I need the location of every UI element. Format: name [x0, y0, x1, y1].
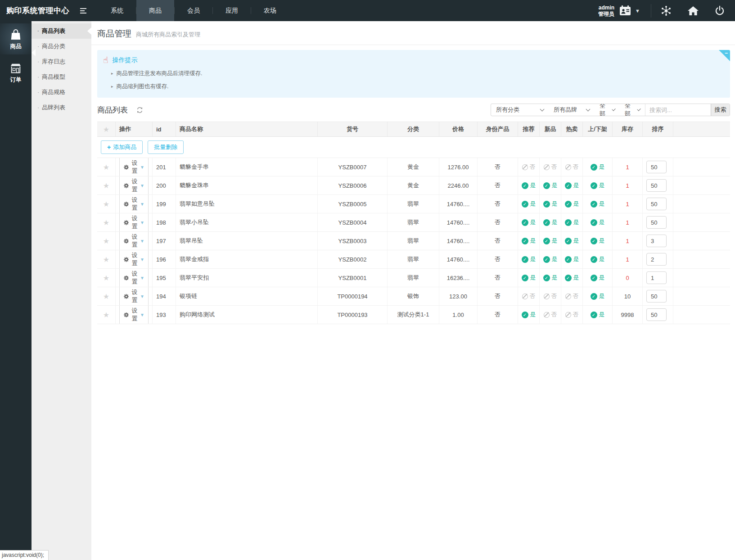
- submenu-item-goods-list[interactable]: 商品列表: [32, 23, 91, 39]
- row-settings-button[interactable]: 设置 ▼: [119, 287, 149, 305]
- stock-value: 1: [612, 232, 642, 250]
- hot-toggle[interactable]: 是: [565, 200, 579, 208]
- new-toggle[interactable]: 否: [544, 311, 557, 319]
- submenu-item-stock-log[interactable]: 库存日志: [32, 54, 91, 69]
- sort-input[interactable]: [646, 290, 667, 303]
- caret-down-icon: ▼: [140, 275, 144, 280]
- sort-input[interactable]: [646, 161, 667, 173]
- on-sale-toggle[interactable]: 是: [591, 311, 605, 319]
- recommend-toggle[interactable]: 是: [522, 255, 536, 263]
- new-toggle[interactable]: 是: [543, 181, 558, 190]
- category-select-value: 所有分类: [496, 106, 519, 114]
- nav-item-apps[interactable]: 应用: [213, 0, 251, 21]
- on-sale-toggle[interactable]: 是: [591, 163, 605, 171]
- recommend-toggle[interactable]: 否: [522, 292, 536, 300]
- hot-toggle[interactable]: 是: [565, 274, 579, 282]
- hot-toggle[interactable]: 是: [565, 218, 579, 226]
- recommend-toggle[interactable]: 是: [522, 181, 536, 190]
- recommend-toggle[interactable]: 是: [522, 274, 536, 282]
- sidebar-item-orders[interactable]: 订单: [0, 57, 32, 88]
- hot-toggle[interactable]: 否: [565, 163, 579, 171]
- home-icon[interactable]: [687, 5, 699, 16]
- favorite-star-icon[interactable]: ★: [103, 181, 109, 190]
- sidebar-toggle-icon[interactable]: [80, 7, 88, 15]
- sidebar-item-goods[interactable]: 商品: [0, 23, 32, 54]
- status-select-1[interactable]: 全部: [595, 104, 620, 116]
- favorite-star-icon[interactable]: ★: [103, 237, 109, 245]
- status-icon: [591, 256, 597, 263]
- on-sale-toggle[interactable]: 是: [591, 181, 605, 190]
- submenu-item-goods-spec[interactable]: 商品规格: [32, 85, 91, 100]
- sort-input[interactable]: [646, 271, 667, 284]
- sort-input[interactable]: [646, 179, 667, 192]
- sort-input[interactable]: [646, 308, 667, 321]
- recommend-toggle[interactable]: 是: [522, 218, 536, 226]
- id-card-icon[interactable]: [619, 5, 631, 17]
- hot-toggle[interactable]: 是: [565, 255, 579, 263]
- on-sale-toggle[interactable]: 是: [591, 292, 605, 300]
- new-toggle[interactable]: 是: [543, 255, 558, 263]
- row-settings-button[interactable]: 设置 ▼: [119, 213, 149, 231]
- new-toggle[interactable]: 否: [544, 292, 557, 300]
- row-settings-button[interactable]: 设置 ▼: [119, 176, 149, 194]
- submenu-item-goods-model[interactable]: 商品模型: [32, 69, 91, 85]
- category-select[interactable]: 所有分类: [491, 104, 549, 116]
- favorite-star-icon[interactable]: ★: [103, 311, 109, 319]
- favorite-star-icon[interactable]: ★: [103, 200, 109, 208]
- row-settings-button[interactable]: 设置 ▼: [119, 250, 149, 268]
- new-toggle[interactable]: 否: [544, 163, 557, 171]
- hot-toggle[interactable]: 是: [565, 181, 579, 190]
- sort-input[interactable]: [646, 253, 667, 266]
- row-settings-button[interactable]: 设置 ▼: [119, 269, 149, 287]
- add-product-button[interactable]: + 添加商品: [101, 140, 143, 154]
- nav-item-goods[interactable]: 商品: [136, 0, 174, 21]
- tips-collapse-minus[interactable]: −: [725, 50, 728, 56]
- batch-delete-button[interactable]: 批量删除: [148, 140, 184, 154]
- search-button[interactable]: 搜索: [711, 104, 730, 116]
- hot-toggle[interactable]: 否: [565, 292, 579, 300]
- status-select-2[interactable]: 全部: [620, 104, 645, 116]
- hot-toggle[interactable]: 是: [565, 237, 579, 245]
- new-toggle[interactable]: 是: [543, 274, 558, 282]
- on-sale-toggle[interactable]: 是: [591, 255, 605, 263]
- col-stock: 库存: [612, 122, 642, 136]
- new-toggle[interactable]: 是: [543, 200, 558, 208]
- sort-input[interactable]: [646, 235, 667, 247]
- on-sale-toggle[interactable]: 是: [591, 200, 605, 208]
- submenu-item-goods-category[interactable]: 商品分类: [32, 39, 91, 54]
- favorite-star-icon[interactable]: ★: [103, 274, 109, 282]
- search-input[interactable]: [645, 107, 711, 113]
- nav-item-members[interactable]: 会员: [175, 0, 212, 21]
- new-toggle[interactable]: 是: [543, 237, 558, 245]
- nav-item-farm[interactable]: 农场: [251, 0, 289, 21]
- network-icon[interactable]: [660, 5, 672, 17]
- recommend-toggle[interactable]: 是: [522, 200, 536, 208]
- favorite-star-icon[interactable]: ★: [103, 163, 109, 172]
- on-sale-toggle[interactable]: 是: [591, 237, 605, 245]
- recommend-toggle[interactable]: 是: [522, 311, 536, 319]
- favorite-star-icon[interactable]: ★: [103, 255, 109, 264]
- submenu-item-brand-list[interactable]: 品牌列表: [32, 100, 91, 115]
- row-settings-button[interactable]: 设置 ▼: [119, 158, 149, 176]
- user-caret-down-icon[interactable]: ▼: [635, 8, 640, 14]
- nav-item-system[interactable]: 系统: [98, 0, 136, 21]
- identity-product-flag: 否: [477, 306, 518, 324]
- row-settings-button[interactable]: 设置 ▼: [119, 195, 149, 213]
- on-sale-toggle[interactable]: 是: [591, 274, 605, 282]
- new-toggle[interactable]: 是: [543, 218, 558, 226]
- row-settings-button[interactable]: 设置 ▼: [119, 232, 149, 250]
- status-icon: [591, 293, 597, 300]
- hot-toggle[interactable]: 否: [565, 311, 579, 319]
- status-icon: [522, 201, 528, 208]
- favorite-star-icon[interactable]: ★: [103, 292, 109, 301]
- recommend-toggle[interactable]: 是: [522, 237, 536, 245]
- brand-select[interactable]: 所有品牌: [549, 104, 595, 116]
- refresh-icon[interactable]: [136, 107, 143, 113]
- sort-input[interactable]: [646, 198, 667, 210]
- power-icon[interactable]: [714, 5, 725, 16]
- row-settings-button[interactable]: 设置 ▼: [119, 306, 149, 324]
- favorite-star-icon[interactable]: ★: [103, 218, 109, 227]
- sort-input[interactable]: [646, 216, 667, 229]
- on-sale-toggle[interactable]: 是: [591, 218, 605, 226]
- recommend-toggle[interactable]: 否: [522, 163, 536, 171]
